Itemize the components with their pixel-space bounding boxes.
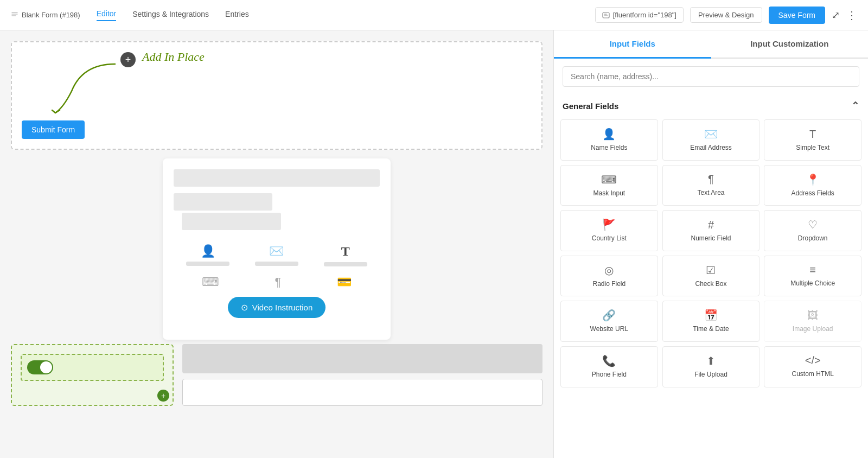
- bottom-white-box: [182, 379, 542, 406]
- field-icon-11: ≡: [809, 264, 816, 276]
- field-item-simple-text[interactable]: TSimple Text: [764, 119, 861, 161]
- bottom-add-button[interactable]: +: [157, 390, 169, 402]
- field-icon-1: ✉️: [704, 128, 718, 141]
- search-input[interactable]: [563, 66, 859, 87]
- add-arrow: [39, 59, 126, 124]
- field-label-5: Address Fields: [791, 189, 834, 198]
- form-canvas: + Add In Place Submit Form: [11, 41, 542, 150]
- field-item-name-fields[interactable]: 👤Name Fields: [560, 119, 658, 161]
- field-icon-15: 📞: [602, 354, 616, 367]
- preview-button[interactable]: Preview & Design: [690, 7, 762, 23]
- field-item-email-address[interactable]: ✉️Email Address: [662, 119, 760, 161]
- field-icon-8: ♡: [808, 218, 818, 231]
- field-item-image-upload: 🖼Image Upload: [764, 301, 861, 342]
- field-label-6: Country List: [592, 234, 627, 243]
- field-icon-2: T: [809, 128, 816, 141]
- field-icon-17: </>: [805, 354, 821, 367]
- field-label-1: Email Address: [690, 144, 732, 152]
- name-bar: [186, 262, 229, 266]
- field-item-file-upload[interactable]: ⬆File Upload: [662, 346, 760, 387]
- field-icon-0: 👤: [602, 128, 616, 141]
- preview-icons-row2: ⌨ ¶ 💳: [174, 272, 380, 297]
- paragraph-icon-preview: ¶: [275, 275, 282, 289]
- field-icon-14: 🖼: [807, 309, 818, 322]
- right-panel: Input Fields Input Customization General…: [553, 30, 868, 458]
- general-fields-label: General Fields: [563, 101, 618, 111]
- field-item-address-fields[interactable]: 📍Address Fields: [764, 165, 861, 206]
- field-item-check-box[interactable]: ☑Check Box: [662, 256, 760, 297]
- person-icon: 👤: [186, 244, 229, 258]
- shortcode-label: [fluentform id="198"]: [613, 11, 676, 19]
- email-bar: [255, 262, 298, 266]
- field-item-text-area[interactable]: ¶Text Area: [662, 165, 760, 206]
- field-icon-3: ⌨: [601, 173, 617, 186]
- field-icon-13: 📅: [704, 309, 718, 322]
- field-label-12: Website URL: [590, 325, 628, 334]
- top-nav: Blank Form (#198) Editor Settings & Inte…: [0, 0, 868, 30]
- more-button[interactable]: ⋮: [846, 9, 857, 22]
- general-fields-header: General Fields ⌃: [554, 94, 868, 117]
- add-in-place-trigger[interactable]: +: [120, 52, 136, 67]
- field-item-mask-input[interactable]: ⌨Mask Input: [560, 165, 658, 206]
- video-instruction-button[interactable]: ⊙ Video Instruction: [228, 297, 326, 318]
- nav-left: Blank Form (#198) Editor Settings & Inte…: [11, 9, 249, 21]
- toggle-container: [21, 354, 164, 381]
- toggle-switch[interactable]: [27, 360, 53, 374]
- nav-right: [fluentform id="198"] Preview & Design S…: [595, 7, 857, 24]
- play-icon: ⊙: [241, 302, 248, 313]
- field-label-16: File Upload: [694, 371, 727, 379]
- fields-grid: 👤Name Fields✉️Email AddressTSimple Text⌨…: [554, 117, 868, 390]
- field-icon-4: ¶: [708, 173, 714, 186]
- field-item-multiple-choice[interactable]: ≡Multiple Choice: [764, 256, 861, 297]
- card-icon-preview: 💳: [337, 275, 352, 289]
- tab-input-fields[interactable]: Input Fields: [554, 30, 711, 59]
- preview-row-1: [174, 169, 380, 187]
- field-label-15: Phone Field: [592, 371, 627, 379]
- add-in-place-label: Add In Place: [142, 50, 205, 64]
- field-item-numeric-field[interactable]: #Numeric Field: [662, 210, 760, 251]
- tab-input-customization[interactable]: Input Customization: [711, 30, 869, 59]
- bottom-section: +: [11, 344, 542, 406]
- field-icon-5: 📍: [806, 173, 820, 186]
- form-preview-card: 👤 ✉️ T ⌨ ¶ 💳 ⊙ Vi: [163, 158, 391, 340]
- panel-tabs: Input Fields Input Customization: [554, 30, 868, 59]
- field-icon-9: ◎: [604, 264, 614, 277]
- field-item-radio-field[interactable]: ◎Radio Field: [560, 256, 658, 297]
- tab-editor[interactable]: Editor: [97, 9, 117, 21]
- field-label-10: Check Box: [695, 280, 726, 289]
- field-label-14: Image Upload: [793, 325, 833, 334]
- panel-search-container: [554, 59, 868, 94]
- tab-settings[interactable]: Settings & Integrations: [132, 10, 209, 21]
- field-label-4: Text Area: [697, 189, 724, 198]
- tab-entries[interactable]: Entries: [225, 10, 249, 21]
- editor-area: + Add In Place Submit Form 👤: [0, 30, 553, 458]
- chevron-up-icon[interactable]: ⌃: [851, 100, 859, 112]
- main-layout: + Add In Place Submit Form 👤: [0, 30, 868, 458]
- field-item-custom-html[interactable]: </>Custom HTML: [764, 346, 861, 387]
- preview-row-2: [174, 193, 380, 232]
- field-label-17: Custom HTML: [792, 370, 833, 379]
- preview-input-full: [174, 169, 380, 187]
- field-icon-10: ☑: [706, 264, 716, 277]
- field-label-2: Simple Text: [796, 144, 829, 152]
- field-icon-16: ⬆: [706, 354, 716, 367]
- expand-button[interactable]: ⤢: [832, 9, 840, 21]
- field-label-13: Time & Date: [693, 325, 729, 334]
- shortcode-button[interactable]: [fluentform id="198"]: [595, 7, 684, 23]
- preview-input-half-right: [182, 213, 280, 230]
- field-item-time-&-date[interactable]: 📅Time & Date: [662, 301, 760, 342]
- toggle-knob: [40, 361, 52, 373]
- field-icon-7: #: [708, 219, 714, 231]
- save-button[interactable]: Save Form: [769, 7, 825, 24]
- field-label-9: Radio Field: [592, 280, 626, 289]
- brand: Blank Form (#198): [11, 11, 80, 19]
- field-label-3: Mask Input: [593, 189, 625, 198]
- field-item-dropdown[interactable]: ♡Dropdown: [764, 210, 861, 251]
- field-item-phone-field[interactable]: 📞Phone Field: [560, 346, 658, 387]
- text-bar: [324, 262, 367, 266]
- field-item-website-url[interactable]: 🔗Website URL: [560, 301, 658, 342]
- submit-form-button[interactable]: Submit Form: [22, 120, 85, 139]
- field-label-0: Name Fields: [591, 144, 627, 152]
- preview-icon-text: T: [324, 244, 367, 266]
- field-item-country-list[interactable]: 🚩Country List: [560, 210, 658, 251]
